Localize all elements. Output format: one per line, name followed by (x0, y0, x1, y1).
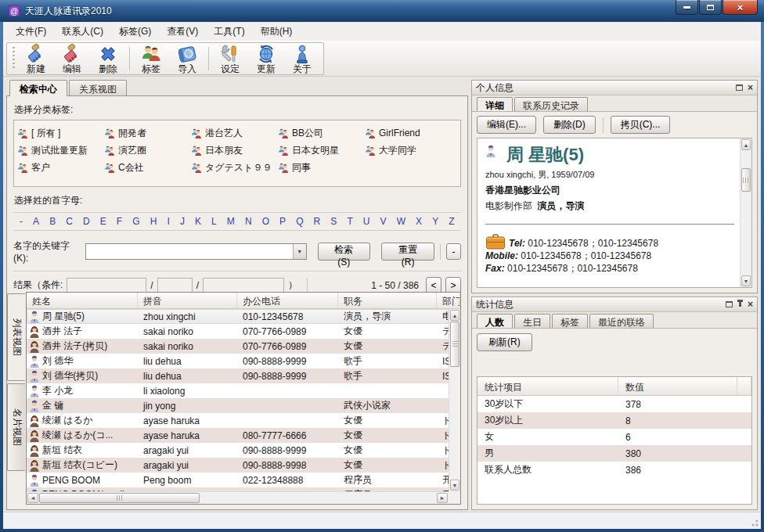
scroll-left-icon[interactable]: ◄ (27, 493, 38, 503)
initial-letter-link[interactable]: B (49, 216, 56, 227)
initial-letter-link[interactable]: P (279, 216, 286, 227)
initial-letter-link[interactable]: K (195, 216, 201, 227)
detail-vertical-scrollbar[interactable]: ▲ ▼ (740, 138, 751, 287)
initial-letter-link[interactable]: Q (296, 216, 303, 227)
initial-letter-link[interactable]: S (330, 216, 337, 227)
table-row[interactable]: PENG BOOM Peng boom 022-12348888 程序员 开发 (27, 473, 449, 487)
statistics-tab[interactable]: 标签 (552, 314, 588, 328)
search-button[interactable]: 检索(S) (318, 243, 370, 261)
table-row[interactable]: 绫瀬 はるか(コ... ayase haruka 080-7777-6666 女… (27, 428, 449, 443)
tag-item[interactable]: BB公司 (278, 124, 365, 142)
initial-letter-link[interactable]: D (83, 216, 90, 227)
keyword-input[interactable] (86, 244, 293, 259)
initial-letter-link[interactable]: E (100, 216, 106, 227)
prev-page-button[interactable]: < (426, 277, 441, 293)
combobox-dropdown-button[interactable]: ▼ (293, 244, 306, 259)
refresh-button[interactable]: 刷新(R) (477, 333, 532, 351)
table-horizontal-scrollbar[interactable]: ◄ ► (27, 491, 449, 504)
table-row[interactable]: 刘 德华 liu dehua 090-8888-9999 歌手 ISC (27, 354, 449, 368)
table-row[interactable]: 新垣 结衣(コピー) aragaki yui 090-8888-9998 女優 … (27, 458, 449, 473)
toolbar-button[interactable]: 删除 (90, 44, 126, 74)
table-row[interactable]: 周 星驰(5) zhou xingchi 010-12345678 演员，导演 … (27, 309, 449, 324)
table-vertical-scrollbar[interactable]: ▲ ▼ (449, 309, 460, 491)
initial-letter-link[interactable]: V (380, 216, 387, 227)
scroll-down-icon[interactable]: ▼ (450, 480, 459, 491)
scroll-right-icon[interactable]: ► (437, 493, 448, 503)
statistics-row[interactable]: 30岁以上 8 (478, 412, 751, 429)
tag-item[interactable]: 大学同学 (365, 142, 452, 159)
column-header[interactable]: 数值 (618, 377, 737, 395)
close-panel-icon[interactable]: × (748, 300, 753, 309)
float-panel-icon[interactable] (736, 84, 743, 91)
delete-button[interactable]: 删除(D) (543, 116, 596, 134)
tag-item[interactable]: GirlFriend (365, 124, 452, 142)
collapse-button[interactable]: - (446, 243, 461, 260)
table-row[interactable]: 新垣 结衣 aragaki yui 090-8888-9999 女優 ドラ (27, 443, 449, 458)
statistics-tab[interactable]: 人数 (477, 314, 513, 328)
toolbar-button[interactable]: 更新 (248, 44, 284, 74)
toolbar-button[interactable]: 关于 (284, 44, 320, 74)
initial-letter-link[interactable]: Z (449, 216, 454, 227)
table-row[interactable]: 李 小龙 li xiaolong (27, 383, 449, 398)
toolbar-grip-icon[interactable] (11, 47, 16, 70)
copy-button[interactable]: 拷贝(C)... (611, 116, 671, 134)
left-panel-tab[interactable]: 检索中心 (9, 80, 67, 96)
tag-item[interactable]: 演艺圈 (104, 142, 191, 159)
statistics-tab[interactable]: 最近的联络 (589, 314, 654, 328)
edit-button[interactable]: 编辑(E)... (477, 116, 536, 134)
initial-letter-link[interactable]: G (132, 216, 139, 227)
column-header[interactable]: 部门 (437, 293, 460, 308)
menu-item[interactable]: 文件(F) (8, 22, 54, 41)
statistics-row[interactable]: 30岁以下 378 (478, 396, 751, 412)
initial-letter-link[interactable]: F (117, 216, 122, 227)
menu-item[interactable]: 帮助(H) (253, 22, 301, 41)
tag-item[interactable]: 同事 (278, 159, 365, 176)
column-header[interactable]: 统计项目 (478, 377, 618, 395)
table-row[interactable]: 酒井 法子(拷贝) sakai noriko 070-7766-0989 女優 … (27, 339, 449, 354)
toolbar-button[interactable]: @ 导入 (169, 44, 205, 74)
table-row[interactable]: 酒井 法子 sakai noriko 070-7766-0989 女優 テレ (27, 324, 449, 339)
left-panel-tab[interactable]: 关系视图 (69, 80, 127, 96)
table-row[interactable]: 金 镛 jin yong 武侠小说家 (27, 398, 449, 413)
initial-letter-link[interactable]: T (347, 216, 352, 227)
initial-letter-link[interactable]: M (227, 216, 235, 227)
tag-item[interactable]: [ 所有 ] (17, 124, 104, 142)
pin-panel-icon[interactable] (739, 302, 741, 307)
resize-grip-icon[interactable] (749, 517, 759, 527)
initial-letter-link[interactable]: R (314, 216, 321, 227)
tag-item[interactable]: 日本女明星 (278, 142, 365, 159)
view-tab[interactable]: 列表视图 (7, 293, 25, 381)
initial-letter-link[interactable]: Y (432, 216, 438, 227)
menu-item[interactable]: 查看(V) (159, 22, 206, 41)
column-header[interactable]: 办公电话 (237, 293, 338, 308)
restore-button[interactable] (699, 0, 722, 15)
tag-item[interactable]: タグテスト９９ (191, 159, 278, 176)
initial-letter-link[interactable]: J (180, 216, 185, 227)
close-button[interactable]: × (723, 0, 758, 15)
menu-item[interactable]: 工具(T) (206, 22, 252, 41)
statistics-row[interactable]: 联系人总数 386 (478, 462, 751, 478)
tag-item[interactable]: 開発者 (104, 124, 191, 142)
reset-button[interactable]: 重置(R) (381, 243, 434, 261)
menu-item[interactable]: 标签(G) (111, 22, 159, 41)
initial-letter-link[interactable]: O (262, 216, 269, 227)
initial-letter-link[interactable]: W (397, 216, 405, 227)
initial-letter-link[interactable]: N (245, 216, 252, 227)
toolbar-button[interactable]: 编辑 (54, 44, 90, 74)
close-panel-icon[interactable]: × (748, 83, 753, 92)
detail-tab[interactable]: 联系历史记录 (514, 97, 588, 111)
tag-item[interactable]: 日本朋友 (191, 142, 278, 159)
scroll-up-icon[interactable]: ▲ (741, 139, 751, 150)
tag-item[interactable]: 测试批量更新 (17, 142, 104, 159)
statistics-tab[interactable]: 生日 (514, 314, 550, 328)
detail-tab[interactable]: 详细 (477, 97, 513, 111)
initial-letter-link[interactable]: - (20, 216, 23, 227)
initial-letter-link[interactable]: X (416, 216, 422, 227)
tag-item[interactable]: C会社 (104, 159, 191, 176)
initial-letter-link[interactable]: I (167, 216, 169, 227)
tag-item[interactable]: 客户 (17, 159, 104, 176)
scroll-down-icon[interactable]: ▼ (741, 275, 751, 286)
float-panel-icon[interactable] (726, 301, 733, 307)
next-page-button[interactable]: > (445, 277, 461, 293)
statistics-row[interactable]: 男 380 (478, 445, 751, 462)
